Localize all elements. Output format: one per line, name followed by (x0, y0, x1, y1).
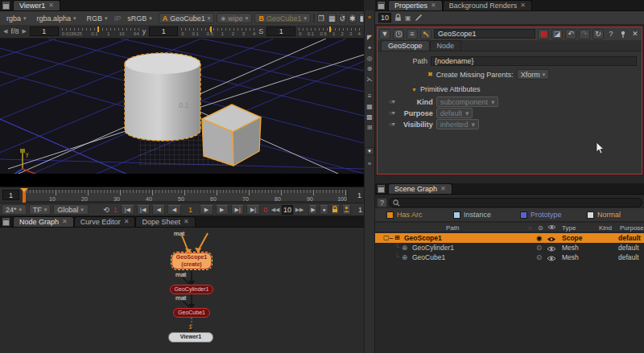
play-button[interactable]: ▶ (200, 205, 213, 215)
gamma-input[interactable]: 1 (149, 27, 178, 36)
inc-step-icon[interactable]: ▶▶ (295, 207, 304, 213)
pane-menu-icon[interactable] (378, 185, 385, 193)
alpha-select[interactable]: rgba.alpha▾ (33, 13, 80, 23)
mat-port-label[interactable]: mat (175, 294, 186, 302)
visibility-select[interactable]: inherited▾ (436, 119, 479, 129)
play-flipbook-icon[interactable]: ▶ (308, 205, 317, 215)
eye-icon[interactable] (547, 224, 556, 231)
eye-icon[interactable] (547, 254, 556, 262)
close-icon[interactable]: ✕ (431, 2, 436, 9)
pane-menu-icon[interactable] (2, 2, 10, 10)
stack-count-field[interactable]: 10 (378, 13, 391, 23)
tab-node-graph[interactable]: Node Graph✕ (13, 216, 74, 227)
expand-toggle-icon[interactable]: ▢‒ (383, 234, 393, 241)
pencil-icon[interactable] (415, 14, 423, 22)
xform-select[interactable]: Xform▾ (517, 69, 550, 80)
current-frame[interactable]: 1 (184, 206, 198, 214)
exposure-slider[interactable]: 0.0156250.111064 (62, 27, 139, 36)
render-toggle-icon[interactable]: ⊙ (536, 253, 542, 261)
tab-curve-editor[interactable]: Curve Editor✕ (74, 216, 136, 227)
pane-menu-icon[interactable] (378, 2, 385, 10)
eye-icon[interactable] (547, 235, 556, 243)
pane-menu-icon[interactable] (2, 218, 10, 226)
eye-icon[interactable] (547, 244, 556, 252)
grid-mode-icon[interactable]: ▦ (365, 101, 374, 112)
in-frame-field[interactable]: 1 (2, 190, 19, 200)
close-icon[interactable]: ✕ (184, 218, 189, 225)
input-b-select[interactable]: BGeoCube1▾ (254, 13, 311, 23)
table-row-geoscope1[interactable]: ▢‒ ⊞ GeoScope1 ◉ Scope default (375, 233, 644, 243)
next-arrow-icon[interactable]: ▶ (22, 28, 26, 35)
half-fill-icon[interactable]: ◪ (551, 29, 563, 39)
wipe-select[interactable]: ◉wipe▾ (217, 13, 252, 23)
channel-select[interactable]: rgba▾ (2, 13, 31, 23)
close-icon[interactable]: ✕ (520, 2, 526, 9)
lock-icon[interactable] (331, 205, 340, 215)
playhead[interactable] (23, 188, 26, 203)
scale-tool-icon[interactable]: ⊕ (365, 64, 374, 74)
step-field[interactable]: 10 (282, 205, 292, 215)
render-toggle-icon[interactable]: ⊙ (536, 244, 542, 252)
dec-step-icon[interactable]: ◀◀ (271, 207, 280, 213)
step-back-button[interactable]: ◀ (152, 205, 165, 215)
pin-icon[interactable] (618, 29, 628, 39)
loop-icon[interactable]: ⟲ (104, 206, 110, 214)
help-button[interactable]: ? (377, 198, 387, 207)
refresh-icon[interactable]: ↺ (339, 13, 347, 23)
node-geocube1[interactable]: GeoCube1 (173, 308, 210, 318)
record-icon[interactable]: ● (320, 205, 328, 215)
collapse-icon[interactable]: ▼ (379, 29, 390, 39)
reload-icon[interactable]: ↻ (592, 29, 604, 39)
help-icon[interactable]: ? (606, 29, 616, 39)
render-toggle-icon[interactable]: ◉ (536, 234, 542, 242)
node-graph-canvas[interactable]: mat mat mat GeoScope1 (create) GeoCylind… (0, 228, 364, 353)
ghost-visibility-icon[interactable]: ○ (528, 224, 532, 232)
node-name-field[interactable]: GeoScope1 (434, 29, 535, 39)
collapse-chevron-icon[interactable]: » (365, 12, 374, 23)
menu-icon[interactable]: ≡ (407, 29, 418, 39)
wrench-icon[interactable] (420, 29, 431, 39)
col-type[interactable]: Type (562, 224, 576, 232)
tab-scene-graph[interactable]: Scene Graph✕ (388, 183, 452, 194)
colorspace-select[interactable]: sRGB▾ (123, 13, 156, 23)
checkbox-checked-icon[interactable]: ✖ (427, 71, 433, 78)
clear-icon[interactable]: ▣ (405, 14, 411, 22)
tab-node[interactable]: Node (430, 40, 462, 51)
ip-button[interactable]: IP (114, 14, 122, 23)
input-a-select[interactable]: AGeoCube1▾ (159, 13, 215, 23)
stop-icon[interactable] (538, 29, 549, 39)
search-input[interactable] (389, 198, 642, 207)
state-badge-icon[interactable]: ○▾ (389, 98, 394, 105)
gamma-slider[interactable]: 00.10.51234 (181, 27, 255, 36)
next-key-button[interactable]: ▶| (231, 205, 244, 215)
col-purpose[interactable]: Purpose (620, 224, 644, 232)
select-cursor-icon[interactable]: ◤ (365, 32, 374, 43)
table-row-geocylinder1[interactable]: └ ⊕ GeoCylinder1 ⊙ Mesh default (375, 243, 644, 252)
tile-mode-icon[interactable]: ⊞ (365, 122, 374, 133)
state-badge-icon[interactable]: ○▾ (389, 109, 394, 117)
render-toggle-icon[interactable]: ⊙ (538, 224, 543, 232)
redo-icon[interactable]: ↷ (579, 29, 590, 39)
translate-tool-icon[interactable]: + (365, 43, 374, 53)
viewport-3d[interactable]: 0.1 y x z 2K_Super_35(full-ap) (0, 39, 364, 174)
close-icon[interactable]: ✕ (440, 185, 446, 192)
rotate-tool-icon[interactable]: ◎ (365, 53, 374, 64)
scene-graph-body[interactable]: ▢‒ ⊞ GeoScope1 ◉ Scope default └ ⊕ GeoCy… (375, 232, 644, 353)
node-viewer1[interactable]: Viewer1 (168, 332, 213, 343)
filter-dropdown-icon[interactable]: ▼ (365, 147, 374, 155)
settings-flower-icon[interactable]: ✱ (349, 13, 357, 23)
state-badge-icon[interactable]: ○▾ (389, 121, 394, 128)
hierarchy-tool-icon[interactable]: ⋋ (365, 74, 374, 84)
user-icon[interactable] (342, 205, 351, 215)
range-select[interactable]: Global▾ (53, 204, 89, 215)
list-mode-icon[interactable]: ≡ (365, 91, 374, 101)
kind-select[interactable]: subcomponent▾ (436, 96, 499, 107)
section-collapse-icon[interactable]: ▼ (411, 87, 417, 92)
diag-lines-icon[interactable] (313, 13, 315, 23)
lock-icon[interactable] (394, 14, 402, 22)
checker-mode-icon[interactable]: ▩ (365, 112, 374, 122)
table-row-geocube1[interactable]: └ ⊕ GeoCube1 ⊙ Mesh default (375, 252, 644, 262)
tab-dope-sheet[interactable]: Dope Sheet✕ (135, 216, 195, 227)
expand-chevron-icon[interactable]: » (365, 158, 374, 169)
tf-select[interactable]: TF▾ (29, 204, 52, 215)
